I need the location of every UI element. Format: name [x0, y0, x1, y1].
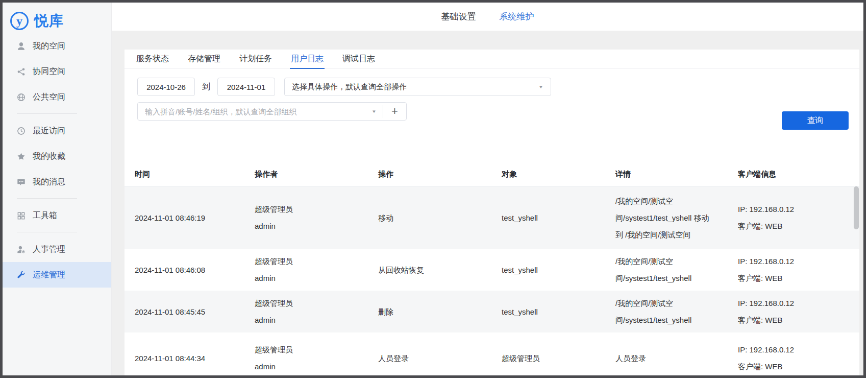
sidebar: y 悦库 我的空间 协同空间 公共空间 最近访问 — [3, 3, 112, 375]
sidebar-divider — [17, 113, 77, 114]
globe-icon — [17, 93, 26, 102]
cell-time: 2024-11-01 08:44:34 — [125, 332, 244, 375]
tab-storage-management[interactable]: 存储管理 — [187, 50, 221, 68]
brand-name: 悦库 — [34, 11, 64, 31]
cell-object: test_yshell — [491, 249, 605, 291]
tab-service-status[interactable]: 服务状态 — [135, 50, 170, 68]
vertical-scrollbar-thumb[interactable] — [854, 186, 859, 229]
cell-detail: 人员登录 — [605, 332, 728, 375]
user-gear-icon — [17, 245, 26, 254]
col-header-operator: 操作者 — [244, 162, 368, 186]
query-button[interactable]: 查询 — [782, 111, 849, 130]
cell-object: test_yshell — [491, 291, 605, 332]
date-range-to-label: 到 — [202, 82, 210, 92]
table-row: 2024-11-01 08:45:45 超级管理员 admin 删除 test_… — [125, 291, 859, 332]
sidebar-item-label: 我的消息 — [33, 177, 65, 187]
col-header-detail: 详情 — [605, 162, 728, 186]
col-header-action: 操作 — [368, 162, 491, 186]
cell-time: 2024-11-01 08:46:08 — [125, 249, 244, 291]
tab-scheduled-tasks[interactable]: 计划任务 — [238, 50, 273, 68]
sidebar-item-toolbox[interactable]: 工具箱 — [3, 203, 111, 228]
sidebar-item-public-space[interactable]: 公共空间 — [3, 84, 111, 110]
chevron-down-icon: ▼ — [538, 85, 543, 89]
table-row: 2024-11-01 08:46:19 超级管理员 admin 移动 test_… — [125, 186, 859, 249]
nav-system-maintenance[interactable]: 系统维护 — [500, 11, 534, 22]
cell-client: IP: 192.168.0.12 客户端: WEB — [728, 249, 859, 291]
filter-bar: 2024-10-26 到 2024-11-01 选择具体操作，默认查询全部操作 … — [137, 78, 859, 121]
svg-text:y: y — [16, 14, 22, 28]
cell-object: 超级管理员 — [491, 332, 605, 375]
org-filter-group: ▼ + — [137, 102, 407, 121]
cell-object: test_yshell — [491, 186, 605, 249]
cell-action: 删除 — [368, 291, 491, 332]
table-row: 2024-11-01 08:44:34 超级管理员 admin 人员登录 超级管… — [125, 332, 859, 375]
sidebar-item-label: 工具箱 — [33, 210, 57, 221]
wrench-icon — [17, 271, 26, 279]
table-row: 2024-11-01 08:46:08 超级管理员 admin 从回收站恢复 t… — [125, 249, 859, 291]
page-background: 服务状态 存储管理 计划任务 用户日志 调试日志 2024-10-26 到 20… — [112, 31, 863, 375]
brand-logo: y 悦库 — [3, 3, 111, 32]
history-clock-icon — [17, 127, 26, 135]
tab-debug-log[interactable]: 调试日志 — [341, 50, 376, 68]
cell-operator: 超级管理员 admin — [244, 332, 368, 375]
cell-action: 从回收站恢复 — [368, 249, 491, 291]
app-window: y 悦库 我的空间 协同空间 公共空间 最近访问 — [0, 0, 866, 378]
date-to-input[interactable]: 2024-11-01 — [217, 78, 275, 96]
cell-client: IP: 192.168.0.12 客户端: WEB — [728, 186, 859, 249]
sidebar-item-label: 我的空间 — [33, 41, 65, 52]
sidebar-item-ops-management[interactable]: 运维管理 — [3, 262, 111, 288]
operation-select-value: 选择具体操作，默认查询全部操作 — [292, 82, 407, 92]
sidebar-item-label: 协同空间 — [33, 66, 65, 77]
sidebar-item-hr-management[interactable]: 人事管理 — [3, 236, 111, 262]
star-icon — [17, 152, 26, 161]
cell-detail: /我的空间/测试空 间/systest1/test_yshell — [605, 249, 728, 291]
cell-time: 2024-11-01 08:45:45 — [125, 291, 244, 332]
sidebar-item-label: 人事管理 — [33, 244, 65, 255]
sidebar-item-favorites[interactable]: 我的收藏 — [3, 144, 111, 169]
sidebar-item-messages[interactable]: 我的消息 — [3, 169, 111, 195]
date-from-input[interactable]: 2024-10-26 — [137, 78, 195, 96]
sidebar-item-collab-space[interactable]: 协同空间 — [3, 59, 111, 84]
top-navigation: 基础设置 系统维护 — [112, 3, 863, 31]
sidebar-item-recent[interactable]: 最近访问 — [3, 118, 111, 144]
cell-operator: 超级管理员 admin — [244, 291, 368, 332]
nav-basic-settings[interactable]: 基础设置 — [441, 11, 476, 22]
org-combobox[interactable]: ▼ — [138, 107, 383, 116]
grid-icon — [17, 211, 26, 220]
content-card: 服务状态 存储管理 计划任务 用户日志 调试日志 2024-10-26 到 20… — [125, 50, 859, 375]
sidebar-item-label: 我的收藏 — [33, 151, 65, 162]
org-search-input[interactable] — [145, 107, 367, 116]
share-nodes-icon — [17, 67, 26, 76]
cell-detail: /我的空间/测试空 间/systest1/test_yshell 移动 到 /我… — [605, 186, 728, 249]
user-icon — [17, 42, 26, 51]
yueku-circle-y-icon: y — [9, 11, 30, 31]
sub-tabs: 服务状态 存储管理 计划任务 用户日志 调试日志 — [125, 50, 859, 69]
cell-client: IP: 192.168.0.12 客户端: WEB — [728, 332, 859, 375]
message-icon — [17, 178, 26, 186]
add-org-filter-button[interactable]: + — [383, 105, 406, 118]
sidebar-item-label: 运维管理 — [33, 270, 65, 280]
log-table: 时间 操作者 操作 对象 详情 客户端信息 2024-11-01 08:46:1… — [125, 162, 859, 375]
main-area: 基础设置 系统维护 服务状态 存储管理 计划任务 用户日志 调试日志 2024-… — [112, 3, 863, 375]
cell-operator: 超级管理员 admin — [244, 249, 368, 291]
sidebar-divider — [17, 232, 77, 232]
cell-action: 人员登录 — [368, 332, 491, 375]
tab-user-log[interactable]: 用户日志 — [290, 50, 325, 68]
cell-client: IP: 192.168.0.12 客户端: WEB — [728, 291, 859, 332]
cell-operator: 超级管理员 admin — [244, 186, 368, 249]
sidebar-item-my-space[interactable]: 我的空间 — [3, 33, 111, 59]
cell-action: 移动 — [368, 186, 491, 249]
chevron-down-icon: ▼ — [371, 109, 377, 114]
cell-detail: /我的空间/测试空 间/systest1/test_yshell — [605, 291, 728, 332]
col-header-time: 时间 — [125, 162, 244, 186]
table-header-row: 时间 操作者 操作 对象 详情 客户端信息 — [125, 162, 859, 186]
cell-time: 2024-11-01 08:46:19 — [125, 186, 244, 249]
sidebar-divider — [17, 198, 77, 199]
operation-select[interactable]: 选择具体操作，默认查询全部操作 ▼ — [284, 78, 551, 96]
col-header-object: 对象 — [491, 162, 605, 186]
sidebar-item-label: 最近访问 — [33, 126, 65, 136]
col-header-client: 客户端信息 — [728, 162, 859, 186]
sidebar-item-label: 公共空间 — [33, 92, 65, 103]
